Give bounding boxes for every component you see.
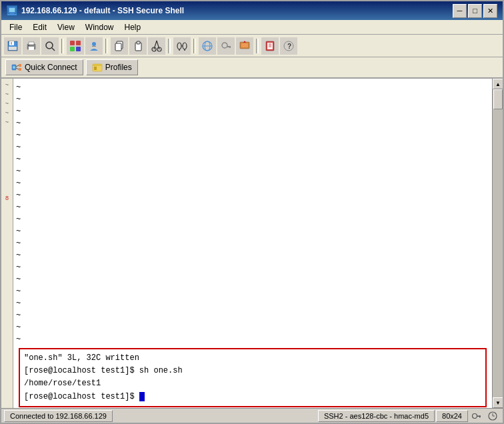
- menu-edit[interactable]: Edit: [27, 21, 52, 33]
- command-output-box: "one.sh" 3L, 32C written [rose@localhost…: [19, 348, 487, 407]
- margin-mark-2: ~: [5, 91, 9, 97]
- window-title: 192.168.66.129 - default - SSH Secure Sh…: [21, 6, 184, 15]
- svg-rect-18: [92, 46, 96, 47]
- quick-connect-label: Quick Connect: [25, 63, 77, 72]
- svg-rect-30: [179, 49, 180, 51]
- svg-rect-59: [479, 415, 481, 417]
- svg-rect-20: [115, 43, 121, 51]
- scroll-up-button[interactable]: ▲: [493, 79, 503, 89]
- maximize-button[interactable]: □: [468, 4, 482, 18]
- svg-rect-16: [76, 47, 81, 51]
- statusbar: Connected to 192.168.66.129 SSH2 - aes12…: [1, 408, 503, 423]
- sftp-button[interactable]: [199, 37, 216, 55]
- close-button[interactable]: ✕: [483, 4, 497, 18]
- book-button[interactable]: [261, 37, 279, 55]
- svg-line-50: [16, 65, 19, 67]
- svg-point-35: [222, 43, 227, 48]
- connect-button[interactable]: [67, 37, 84, 55]
- minimize-button[interactable]: ─: [453, 4, 467, 18]
- svg-rect-55: [93, 64, 102, 66]
- profiles-button[interactable]: Profiles: [86, 59, 138, 75]
- key-button[interactable]: [217, 37, 235, 55]
- margin-mark-1: ~: [5, 81, 9, 88]
- encryption-status: SSH2 - aes128-cbc - hmac-md5: [318, 410, 435, 422]
- cmd-line-4: [rose@localhost test1]$: [24, 391, 481, 403]
- svg-rect-22: [137, 41, 140, 44]
- transfer-button[interactable]: [236, 37, 253, 55]
- sep-2: [105, 39, 108, 53]
- menu-help[interactable]: Help: [119, 21, 147, 33]
- svg-rect-1: [9, 8, 15, 12]
- scroll-thumb[interactable]: [493, 89, 503, 109]
- scroll-track[interactable]: [493, 89, 503, 397]
- svg-point-57: [473, 413, 477, 418]
- profiles-label: Profiles: [105, 63, 132, 72]
- titlebar: 192.168.66.129 - default - SSH Secure Sh…: [1, 1, 503, 20]
- zoom-button[interactable]: [41, 37, 59, 55]
- scroll-down-button[interactable]: ▼: [493, 397, 503, 408]
- sep-1: [61, 39, 64, 53]
- svg-rect-5: [9, 47, 17, 50]
- margin-mark-3: ~: [5, 100, 9, 107]
- svg-line-51: [16, 68, 19, 69]
- svg-point-27: [177, 43, 181, 49]
- scrollbar[interactable]: ▲ ▼: [492, 79, 503, 408]
- quickbar: Quick Connect Profiles: [1, 57, 503, 79]
- cmd-line-1: "one.sh" 3L, 32C written: [24, 352, 481, 365]
- svg-rect-39: [241, 43, 248, 47]
- quick-connect-icon: [11, 62, 22, 73]
- menu-file[interactable]: File: [4, 21, 27, 33]
- menu-window[interactable]: Window: [80, 21, 119, 33]
- terminal-container[interactable]: ~ ~ ~ ~ ~ ~ ~ ~ ~ ~ ~ ~ ~ ~ ~ ~ ~: [13, 79, 492, 408]
- sep-3: [168, 39, 171, 53]
- status-icons: [469, 410, 500, 422]
- find-button[interactable]: [173, 37, 191, 55]
- left-margin: ~ ~ ~ ~ ~ 8: [1, 79, 13, 408]
- quick-connect-button[interactable]: Quick Connect: [5, 59, 83, 75]
- titlebar-left: 192.168.66.129 - default - SSH Secure Sh…: [7, 5, 184, 16]
- margin-mark-4: ~: [5, 109, 9, 116]
- svg-rect-31: [184, 49, 185, 51]
- svg-point-28: [183, 43, 187, 49]
- cmd-line-3: /home/rose/test1: [24, 377, 481, 390]
- help-button[interactable]: ?: [280, 37, 297, 55]
- margin-mark-6: 8: [5, 195, 9, 201]
- cut-button[interactable]: [148, 37, 165, 55]
- svg-rect-52: [19, 64, 21, 67]
- margin-mark-5: ~: [5, 119, 9, 125]
- copy-button[interactable]: [111, 37, 128, 55]
- svg-rect-56: [94, 67, 97, 70]
- menu-view[interactable]: View: [52, 21, 80, 33]
- status-key-icon[interactable]: [469, 410, 484, 422]
- svg-line-12: [52, 48, 55, 51]
- status-clock-icon[interactable]: [485, 410, 500, 422]
- svg-rect-9: [29, 47, 34, 50]
- paste-button[interactable]: [129, 37, 147, 55]
- svg-rect-42: [267, 43, 273, 49]
- svg-point-17: [92, 42, 96, 46]
- menubar: File Edit View Window Help: [1, 20, 503, 35]
- print-button[interactable]: [23, 37, 40, 55]
- svg-rect-15: [70, 47, 75, 51]
- dimensions-status: 80x24: [436, 410, 468, 422]
- cmd-prompt-text: [rose@localhost test1]$: [24, 392, 139, 401]
- app-icon: [7, 5, 17, 16]
- svg-rect-13: [70, 41, 75, 45]
- profiles-icon: [92, 62, 103, 73]
- svg-rect-10: [28, 45, 29, 46]
- sep-5: [256, 39, 259, 53]
- cmd-line-2: [rose@localhost test1]$ sh one.sh: [24, 365, 481, 377]
- toolbar: ?: [1, 35, 503, 57]
- profile-button[interactable]: [85, 37, 103, 55]
- svg-point-11: [46, 42, 53, 49]
- svg-rect-37: [229, 46, 231, 48]
- svg-rect-8: [29, 42, 34, 45]
- terminal[interactable]: ~ ~ ~ ~ ~ ~ ~ ~ ~ ~ ~ ~ ~ ~ ~ ~ ~: [13, 79, 492, 408]
- svg-rect-2: [10, 13, 14, 15]
- save-button[interactable]: [4, 37, 21, 55]
- svg-rect-14: [76, 41, 81, 45]
- tilde-lines: ~ ~ ~ ~ ~ ~ ~ ~ ~ ~ ~ ~ ~ ~ ~ ~ ~: [16, 81, 489, 345]
- svg-point-49: [13, 66, 15, 69]
- svg-rect-6: [11, 42, 12, 45]
- main-window: 192.168.66.129 - default - SSH Secure Sh…: [0, 0, 504, 424]
